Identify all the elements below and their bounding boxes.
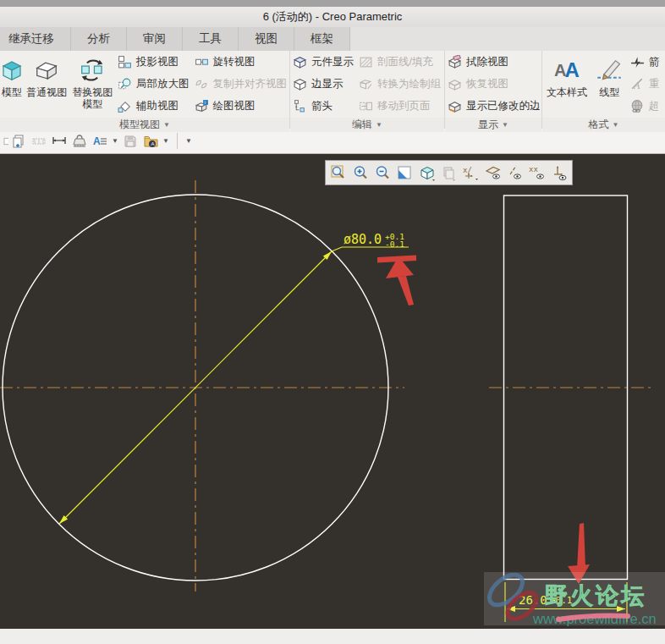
copy-align-view-icon [195,77,209,91]
component-display-button[interactable]: 元件显示 [293,52,354,72]
display-style-cube-icon [419,164,436,181]
globe-link-icon [630,99,645,113]
quick-access-toolbar: A ▼ A ▼ ▼ [0,129,665,154]
weight-icon [72,134,87,149]
annotation-text-button[interactable]: A [90,131,110,151]
arrows-icon [293,99,307,113]
show-modified-edges-icon [448,99,462,113]
group-label-format[interactable]: 格式▼ [542,118,665,132]
svg-text:A: A [151,141,154,146]
hatch-fill-button[interactable]: 剖面线/填充 [359,52,441,72]
resume-view-icon [448,77,462,91]
tab-tools[interactable]: 工具 [183,27,239,51]
text-style-icon: AA [554,55,580,85]
rotated-view-icon [195,55,209,69]
line-style-button[interactable]: 线型 [591,51,628,118]
csys-display-icon [550,164,568,181]
ruler-dim-icon [31,134,47,149]
drawing-area[interactable]: ø80.0 +0.1 -0.1 26.0 ±0.1 [0,154,665,629]
measure-button[interactable] [49,131,69,151]
csys-display-button[interactable] [548,162,569,184]
chevron-down-icon: ▼ [613,121,619,129]
group-label-display[interactable]: 显示▼ [445,118,541,132]
toolbar-separator [177,133,178,149]
saved-orientations-button-disabled[interactable] [438,162,459,184]
auxiliary-view-icon [118,99,132,113]
axis-display-icon [507,164,523,181]
folder-a-icon: A [143,134,159,149]
in-graphics-toolbar: x/ xx [325,160,573,185]
chevron-down-icon: ▼ [502,121,508,129]
chevron-down-icon[interactable]: ▼ [110,137,120,145]
tab-review[interactable]: 审阅 [127,27,183,51]
tab-view[interactable]: 视图 [239,27,294,51]
component-display-icon [293,55,307,69]
tab-inheritance-migration[interactable]: 继承迁移 [0,27,71,51]
erase-view-button[interactable]: 拭除视图 [448,52,541,72]
drawing-canvas: ø80.0 +0.1 -0.1 26.0 ±0.1 [0,154,665,629]
auxiliary-view-button[interactable]: 辅助视图 [118,96,190,116]
copy-align-view-button[interactable]: 复制并对齐视图 [195,74,288,94]
axis-display-button[interactable] [504,162,525,184]
general-view-button[interactable]: 普通视图 [24,51,70,118]
display-style-button[interactable] [416,162,437,184]
drawing-view-button[interactable]: i 绘图视图 [195,96,288,116]
red-arrow-annotation-diameter [377,256,416,306]
chevron-down-icon: ▼ [376,121,382,129]
title-bar: 6 (活动的) - Creo Parametric [0,7,665,27]
drawing-model-button[interactable]: 模型 [0,51,24,118]
text-lines-icon: A [92,134,107,149]
swap-views-icon [78,55,107,85]
resume-view-button[interactable]: 恢复视图 [448,74,541,94]
toolbar-overflow-button[interactable]: ▼ [184,137,194,145]
svg-text:x/: x/ [463,166,472,174]
arrow-style-button[interactable]: 箭 [630,52,662,72]
plane-display-button[interactable] [482,162,503,184]
slash-a-icon: A [630,77,645,91]
datum-display-button[interactable]: x/ [460,162,481,184]
hyperlink-button[interactable]: 超 [630,96,662,116]
erase-view-icon [448,55,462,69]
group-label-edit[interactable]: 编辑▼ [290,118,444,132]
zoom-fit-button[interactable] [328,162,349,184]
window-top-edge [0,0,665,7]
projection-view-button[interactable]: 投影视图 [118,52,190,72]
dimension-tool-button-disabled[interactable] [29,131,49,151]
save-disk-icon [123,134,138,149]
convert-to-draft-button[interactable]: 转换为绘制组 [359,74,441,94]
hatch-fill-icon [359,55,373,69]
tab-framework[interactable]: 框架 [294,27,350,51]
open-annotation-folder-button[interactable]: A [140,131,161,151]
repaint-button[interactable] [394,162,415,184]
mass-properties-button[interactable] [69,131,90,151]
chevron-down-icon[interactable]: ▼ [161,137,171,145]
rotated-view-button[interactable]: 旋转视图 [195,52,288,72]
replace-view-model-button[interactable]: 替换视图模型 [70,51,115,118]
zoom-in-button[interactable] [350,162,371,184]
tab-analysis[interactable]: 分析 [71,27,127,51]
convert-to-draft-icon [359,77,373,91]
show-modified-edges-button[interactable]: 显示已修改的边 [448,96,541,116]
point-display-button[interactable]: xx [526,162,547,184]
svg-text:xx: xx [529,165,538,173]
text-style-button[interactable]: AA 文本样式 [542,51,591,118]
group-label-model-views[interactable]: 模型视图▼ [0,118,289,132]
ribbon: 模型 普通视图 替换视图模型 投影视图 [0,51,665,129]
save-button-disabled[interactable] [120,131,140,151]
drawing-view-icon: i [195,99,209,113]
detail-view-button[interactable]: 局部放大图 [118,74,190,94]
edge-display-button[interactable]: 边显示 [293,74,354,94]
arrows-button[interactable]: 箭头 [293,96,354,116]
zoom-out-button[interactable] [372,162,393,184]
diameter-value[interactable]: ø80.0 [343,232,382,247]
repeat-format-button[interactable]: A 重 [630,74,662,94]
clipped-sheet-button[interactable] [0,131,8,151]
move-to-page-button[interactable]: 移动到页面 [359,96,441,116]
ribbon-group-format: AA 文本样式 线型 箭 A 重 [542,51,665,129]
diameter-dimension[interactable]: ø80.0 +0.1 -0.1 [59,232,409,524]
measure-icon [52,134,67,149]
zoom-fit-icon [331,165,347,181]
repaint-icon [397,165,413,181]
new-sheet-button[interactable] [8,131,29,151]
copy-sheet-icon [11,134,26,149]
